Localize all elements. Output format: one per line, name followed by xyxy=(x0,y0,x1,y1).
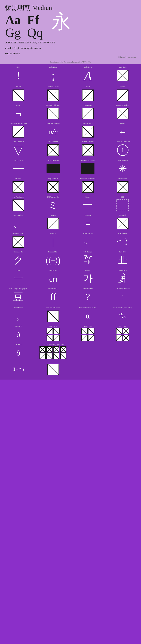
cell-content-jamoextB: ힰ xyxy=(106,272,140,285)
unavailable-box-punctuation xyxy=(82,108,94,119)
cell-content-encideosup: 🈀 xyxy=(106,310,140,323)
grid-cell-mathops: Math Operators ▽ xyxy=(1,140,36,158)
cell-content-latin1sup: ¡ xyxy=(36,69,70,82)
grid-cell-ctrlpics: Control Pictures xyxy=(70,140,105,158)
cell-label-miscsym: Misc Symbols xyxy=(118,160,128,161)
cjkcompatsup-box8 xyxy=(60,353,66,359)
cjkcompatsup-box2 xyxy=(46,346,52,352)
cell-label-cjkcompatforms: CJK Compat Forms xyxy=(116,288,130,290)
grid-cell-ipaext: IPA Ext xyxy=(1,85,36,103)
alphabet-lower: abcdefghijklmnopqrstuvwxyz xyxy=(5,46,136,50)
glyph-dots: ∶∶ xyxy=(122,293,123,301)
unavailable-box-dingbats xyxy=(12,181,24,193)
grid-cell-cjkextC: CJK Ext C xyxy=(36,324,71,343)
cell-label-kangxi: Kangxi xyxy=(86,196,90,198)
cell-content-diacriticals xyxy=(1,125,35,138)
cjkcompatsup-box4 xyxy=(60,346,66,352)
grid-cell-kanbun: Kanbun | xyxy=(36,232,71,250)
cell-content-currency xyxy=(106,107,140,120)
glyph-dash xyxy=(13,168,24,169)
glyph-cjkextB: ð xyxy=(16,330,20,339)
cell-content-ascii: ! xyxy=(1,69,35,82)
cell-content-cjkcompat: ㌀ xyxy=(71,254,105,267)
grid-cell-cjkcompatforms: CJK Compat Forms ∶∶ xyxy=(105,287,140,306)
cell-label-jamoextB: Jamo Ext B xyxy=(119,270,127,271)
glyph-cjkextA: 㐀 xyxy=(118,254,127,266)
glyph-dou: 豆 xyxy=(13,290,24,304)
cell-label-smallforms: Small Forms xyxy=(14,307,23,309)
cell-label-blockelems: Block Elements xyxy=(48,160,58,161)
digits: 0123456789 xyxy=(5,52,136,56)
cjkextC-box4 xyxy=(53,335,60,341)
cjkcompatsup-box1 xyxy=(39,346,46,352)
cell-content-miscmathb xyxy=(71,180,105,194)
grid-cell-smallforms: Small Forms ﹐ xyxy=(1,306,36,324)
cell-label-encalphanum: Enclosed Alphanum xyxy=(116,141,130,143)
lr-char-3: ° xyxy=(19,366,21,372)
cell-label-boxdrawing: Box Drawing xyxy=(14,160,23,161)
unavailable-box-miscmathb xyxy=(82,181,94,193)
cell-label-cyrillic: Cyrillic xyxy=(120,86,125,88)
grid-cell-cjkcompatsup: CJK Compat Ideographic Sup xyxy=(36,343,71,361)
cjkextC-box3 xyxy=(46,335,53,341)
glyph-enc-ideo: 🈀 xyxy=(120,313,126,320)
cell-label-cjkextA: CJK Ext A xyxy=(119,251,126,253)
cell-label-latinextadd: Latin Ext Additional xyxy=(46,104,60,106)
grid-cell-alphapf: Alphabetic PF ff xyxy=(36,287,71,306)
cjkextD-box1 xyxy=(81,328,88,334)
glyph-cjk-dot: 、 xyxy=(13,218,24,229)
glyph-dashed-box xyxy=(117,200,129,211)
unavailable-box-suparrowsb xyxy=(47,181,59,193)
cjkcompatsup-grid xyxy=(39,346,67,360)
glyph-inv-exclaim: ¡ xyxy=(51,70,55,81)
glyph-jamoextB: ힰ xyxy=(118,273,128,284)
cell-label-dingbats: Dingbats xyxy=(15,178,21,180)
cjkextC-box2 xyxy=(53,328,60,334)
unavailable-box-bopomofo xyxy=(117,218,129,229)
cell-label-latinextB: Latin Ext B xyxy=(119,66,127,68)
cell-content-encalphanumSup: 🄀 xyxy=(71,310,105,323)
cell-content-cjkcompatideo: 豆 xyxy=(1,290,35,304)
cell-label-miscmathb: Misc Math Symbols B xyxy=(80,178,96,180)
cell-label-alphapf: Alphabetic PF xyxy=(48,288,58,290)
last-row-chars-group: ð ¬ ° ð xyxy=(13,366,24,372)
grid-cell-vertforms: Vertical Forms ? xyxy=(70,287,105,306)
cjkextE-grid xyxy=(116,328,129,341)
cell-label-cjkextB: CJK Ext B xyxy=(15,325,22,327)
cell-content-lastrow: ð ¬ ° ð xyxy=(1,363,35,376)
grid-cell-blockelems: Block Elements xyxy=(36,158,71,177)
cell-label-vertforms: Vertical Forms xyxy=(83,288,93,290)
cell-label-arrows: Arrows xyxy=(120,122,125,124)
cell-content-punctuation xyxy=(71,107,105,120)
glyph-enc-sup: 🄀 xyxy=(85,313,91,320)
cell-content-bopomofo xyxy=(106,217,140,230)
grid-cell-encideosup: Enclosed Ideographic Sup 🈀 xyxy=(105,306,140,324)
cell-label-bopomofo: Bopomofo xyxy=(119,214,126,216)
cell-label-halffulforms: Half And Full Forms xyxy=(46,307,60,309)
glyph-ff: ff xyxy=(50,291,56,302)
grid-cell-greek: Greek xyxy=(70,85,105,103)
grid-cell-suparrowsb: Sup Arrows B xyxy=(36,177,71,195)
cell-content-mathops: ▽ xyxy=(1,144,35,157)
cell-content-dingbats xyxy=(1,180,35,194)
grid-cell-cjkextF: CJK Ext F ð xyxy=(1,343,36,361)
lr-char-1: ð xyxy=(13,366,15,372)
grid-cell-bopomofo: Bopomofo xyxy=(105,213,140,232)
font-source: Font Source: http://www.fontke.com/font/… xyxy=(0,61,141,64)
unavailable-box-modletters xyxy=(47,90,59,101)
cell-content-hiragana xyxy=(36,217,70,230)
cell-content-jamoextA: ㎝ xyxy=(36,272,70,285)
glyph-hangul: 가 xyxy=(83,272,93,285)
cell-label-ipaext: IPA Ext xyxy=(16,86,21,88)
cell-content-alphapf: ff xyxy=(36,290,70,304)
unavailable-box-compatjamo xyxy=(12,236,24,248)
cell-content-hangul: 가 xyxy=(71,272,105,285)
cell-content-modletters xyxy=(36,88,70,102)
cjkcompatsup-box6 xyxy=(46,353,52,359)
cell-content-miscarrows xyxy=(106,180,140,194)
cell-content-cjkextB: ð xyxy=(1,328,35,341)
glyph-cjkextF: ð xyxy=(16,348,20,358)
cell-label-enccjk: Enclosed CJK xyxy=(48,251,58,253)
glyph-triangle: ▽ xyxy=(14,144,23,157)
cell-label-ascii: ASCII xyxy=(16,66,20,68)
